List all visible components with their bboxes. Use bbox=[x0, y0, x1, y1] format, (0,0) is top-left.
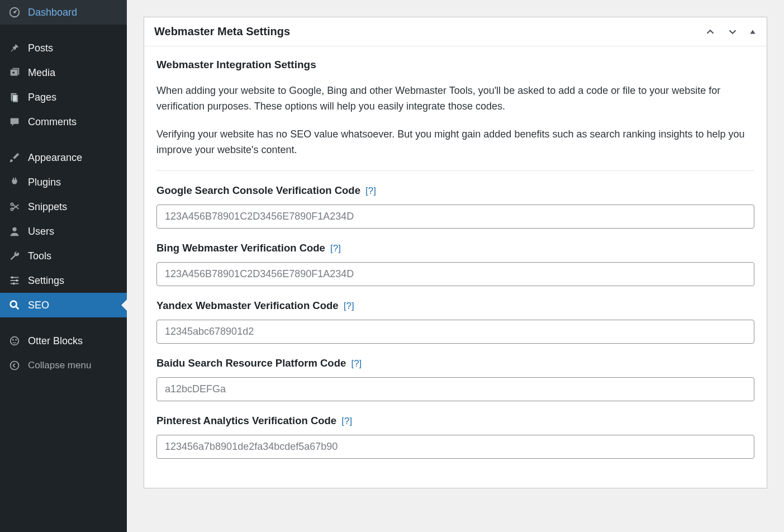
sliders-icon bbox=[8, 274, 21, 287]
field-label: Baidu Search Resource Platform Code [?] bbox=[156, 357, 754, 369]
google-verification-input[interactable] bbox=[156, 205, 754, 229]
svg-rect-10 bbox=[16, 279, 18, 282]
comment-icon bbox=[8, 115, 21, 129]
sidebar-item-label: Settings bbox=[28, 275, 64, 287]
help-link[interactable]: [?] bbox=[341, 416, 352, 426]
sidebar-item-appearance[interactable]: Appearance bbox=[0, 145, 127, 170]
sidebar-item-pages[interactable]: Pages bbox=[0, 85, 127, 110]
sidebar-collapse-toggle[interactable]: Collapse menu bbox=[0, 353, 127, 378]
sidebar-item-label: Snippets bbox=[28, 201, 67, 213]
sidebar-item-label: Posts bbox=[28, 42, 53, 54]
sidebar-item-label: Comments bbox=[28, 116, 77, 128]
svg-rect-11 bbox=[13, 283, 15, 285]
field-label: Bing Webmaster Verification Code [?] bbox=[156, 242, 754, 254]
sidebar-item-users[interactable]: Users bbox=[0, 219, 127, 244]
sidebar-item-settings[interactable]: Settings bbox=[0, 268, 127, 293]
sidebar-item-label: Dashboard bbox=[28, 7, 77, 18]
pages-icon bbox=[8, 91, 21, 104]
panel-body: Webmaster Integration Settings When addi… bbox=[144, 46, 767, 488]
field-pinterest-analytics: Pinterest Analytics Verification Code [?… bbox=[156, 415, 754, 459]
help-link[interactable]: [?] bbox=[330, 243, 341, 254]
panel-divider bbox=[156, 170, 754, 171]
panel-paragraph-1: When adding your website to Google, Bing… bbox=[156, 83, 754, 115]
sidebar-item-otter-blocks[interactable]: Otter Blocks bbox=[0, 329, 127, 353]
collapse-icon bbox=[8, 359, 21, 372]
svg-point-14 bbox=[12, 339, 14, 341]
user-icon bbox=[8, 225, 21, 238]
panel-subheading: Webmaster Integration Settings bbox=[156, 59, 754, 71]
plug-icon bbox=[8, 175, 21, 189]
svg-rect-5 bbox=[12, 94, 18, 102]
wrench-icon bbox=[8, 249, 21, 263]
svg-rect-9 bbox=[12, 277, 13, 279]
scissors-icon bbox=[8, 200, 21, 213]
field-bing-webmaster: Bing Webmaster Verification Code [?] bbox=[156, 242, 754, 286]
bing-verification-input[interactable] bbox=[156, 262, 754, 286]
field-yandex-webmaster: Yandex Webmaster Verification Code [?] bbox=[156, 300, 754, 344]
help-link[interactable]: [?] bbox=[351, 358, 362, 369]
baidu-verification-input[interactable] bbox=[156, 377, 754, 401]
pinterest-verification-input[interactable] bbox=[156, 435, 754, 459]
svg-point-3 bbox=[12, 72, 15, 74]
pin-icon bbox=[8, 41, 21, 55]
sidebar-item-tools[interactable]: Tools bbox=[0, 244, 127, 268]
sidebar-item-posts[interactable]: Posts bbox=[0, 36, 127, 60]
field-baidu-search: Baidu Search Resource Platform Code [?] bbox=[156, 357, 754, 401]
sidebar-item-label: Media bbox=[28, 67, 55, 79]
field-google-search-console: Google Search Console Verification Code … bbox=[156, 184, 754, 229]
sidebar-item-comments[interactable]: Comments bbox=[0, 110, 127, 134]
svg-point-8 bbox=[12, 227, 16, 231]
sidebar-item-label: Otter Blocks bbox=[28, 335, 83, 347]
sidebar-item-label: Plugins bbox=[28, 177, 61, 188]
svg-point-15 bbox=[15, 339, 17, 341]
panel-move-up-button[interactable] bbox=[704, 26, 716, 38]
field-label: Pinterest Analytics Verification Code [?… bbox=[156, 415, 754, 427]
panel-paragraph-2: Verifying your website has no SEO value … bbox=[156, 127, 754, 158]
help-link[interactable]: [?] bbox=[344, 301, 354, 311]
sidebar-item-plugins[interactable]: Plugins bbox=[0, 170, 127, 194]
sidebar-item-media[interactable]: Media bbox=[0, 60, 127, 85]
sidebar-item-seo[interactable]: SEO bbox=[0, 293, 127, 317]
svg-point-12 bbox=[11, 301, 17, 307]
yandex-verification-input[interactable] bbox=[156, 320, 754, 344]
field-label: Google Search Console Verification Code … bbox=[156, 184, 754, 197]
webmaster-meta-panel: Webmaster Meta Settings Webmaster Integr… bbox=[144, 17, 767, 488]
svg-point-13 bbox=[11, 337, 19, 345]
panel-title: Webmaster Meta Settings bbox=[154, 25, 290, 38]
sidebar-item-label: Appearance bbox=[28, 152, 82, 164]
dashboard-icon bbox=[8, 6, 21, 19]
panel-header: Webmaster Meta Settings bbox=[144, 17, 767, 46]
media-icon bbox=[8, 66, 21, 79]
sidebar-item-dashboard[interactable]: Dashboard bbox=[0, 0, 127, 25]
help-link[interactable]: [?] bbox=[365, 186, 376, 196]
sidebar-item-label: Pages bbox=[28, 92, 56, 103]
field-label: Yandex Webmaster Verification Code [?] bbox=[156, 300, 754, 312]
svg-point-1 bbox=[13, 11, 16, 13]
sidebar-item-label: Tools bbox=[28, 250, 51, 262]
sidebar-item-snippets[interactable]: Snippets bbox=[0, 194, 127, 219]
main-content: Webmaster Meta Settings Webmaster Integr… bbox=[127, 0, 784, 532]
admin-sidebar: Dashboard Posts Media Pages Comments App… bbox=[0, 0, 127, 532]
otter-icon bbox=[8, 334, 21, 348]
panel-toggle-button[interactable] bbox=[749, 28, 757, 36]
sidebar-item-label: Collapse menu bbox=[28, 360, 91, 371]
brush-icon bbox=[8, 151, 21, 164]
panel-move-down-button[interactable] bbox=[726, 26, 739, 38]
svg-point-16 bbox=[11, 362, 19, 370]
sidebar-item-label: SEO bbox=[28, 300, 49, 311]
search-icon bbox=[8, 298, 21, 312]
sidebar-item-label: Users bbox=[28, 226, 54, 238]
panel-controls bbox=[704, 26, 757, 38]
